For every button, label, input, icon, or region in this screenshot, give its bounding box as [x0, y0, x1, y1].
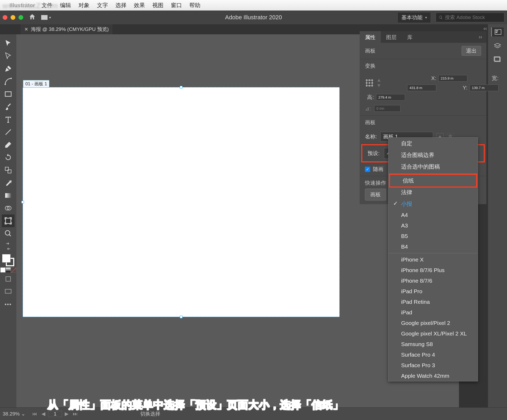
w-input[interactable]: [407, 85, 436, 91]
menu-select[interactable]: 选择: [115, 2, 126, 9]
menu-edit[interactable]: 编辑: [60, 2, 71, 9]
document-tabs: ✕ 海报 @ 38.29% (CMYK/GPU 预览): [21, 24, 112, 34]
panel-collapse-icon[interactable]: ››: [475, 31, 486, 43]
dd-item-fit-selected[interactable]: 适合选中的图稿: [388, 161, 478, 172]
h-label: 高:: [365, 94, 374, 101]
workspace-switcher[interactable]: 基本功能 ▾: [397, 12, 431, 23]
swap-fill-stroke-icon[interactable]: [2, 240, 15, 253]
gradient-fill-icon[interactable]: [6, 267, 11, 273]
dd-item-pixel2[interactable]: Google pixel/Pixel 2: [388, 318, 478, 328]
eraser-tool[interactable]: [2, 138, 15, 151]
dd-item-surfacepro3[interactable]: Surface Pro 3: [388, 360, 478, 371]
prev-artboard-icon[interactable]: ◀: [40, 411, 47, 417]
menu-effect[interactable]: 效果: [134, 2, 145, 9]
artboard-handle-bottom[interactable]: [180, 316, 182, 318]
artboard-tool[interactable]: [2, 214, 15, 227]
home-icon[interactable]: [29, 13, 36, 22]
dd-item-samsungs8[interactable]: Samsung S8: [388, 339, 478, 349]
dd-item-fit-art[interactable]: 适合图稿边界: [388, 149, 478, 161]
scale-tool[interactable]: [2, 164, 15, 176]
artboard[interactable]: 01 - 画板 1: [23, 87, 340, 317]
dd-item-a3[interactable]: A3: [388, 220, 478, 231]
dd-item-pixel2xl[interactable]: Google pixel XL/Pixel 2 XL: [388, 328, 478, 339]
color-fill-icon[interactable]: [0, 267, 6, 273]
arrange-documents-button[interactable]: ▾: [41, 15, 51, 20]
rectangle-tool[interactable]: [2, 88, 15, 100]
dock-layers-icon[interactable]: [491, 41, 504, 50]
link-wh-icon[interactable]: [376, 78, 405, 88]
dd-item-iphone8[interactable]: iPhone 8/7/6: [388, 276, 478, 286]
zoom-level[interactable]: 38.29% ⌄: [0, 411, 28, 417]
artboard-handle-left[interactable]: [21, 201, 24, 203]
none-fill-icon[interactable]: [11, 267, 16, 273]
gradient-tool[interactable]: [2, 189, 15, 202]
tab-properties[interactable]: 属性: [360, 31, 381, 43]
menu-file[interactable]: 文件: [41, 2, 53, 9]
artboard-options-button[interactable]: 画板: [365, 189, 386, 200]
dd-item-ipadpro[interactable]: iPad Pro: [388, 286, 478, 297]
svg-point-20: [372, 80, 373, 81]
instruction-annotation: 从「属性」面板的菜单中选择「预设」页面大小，选择「信纸」: [48, 398, 481, 412]
tab-libraries[interactable]: 库: [402, 31, 418, 43]
dock-libraries-icon[interactable]: [491, 55, 504, 64]
dd-item-letter-highlighted[interactable]: 信纸: [389, 174, 477, 188]
maximize-window-button[interactable]: [18, 15, 23, 20]
menu-help[interactable]: 帮助: [189, 2, 200, 9]
dd-item-iphonex[interactable]: iPhone X: [388, 254, 478, 265]
dd-item-a4[interactable]: A4: [388, 210, 478, 220]
dd-item-b5[interactable]: B5: [388, 231, 478, 241]
dd-item-custom[interactable]: 自定: [388, 138, 478, 149]
tools-panel: •••: [0, 34, 16, 407]
panel-expand-icon[interactable]: ‹‹: [483, 25, 487, 31]
search-input[interactable]: [445, 15, 501, 20]
first-artboard-icon[interactable]: ⏮: [31, 411, 39, 417]
h-input[interactable]: [376, 94, 405, 101]
menu-object[interactable]: 对象: [78, 2, 90, 9]
x-input[interactable]: [438, 75, 467, 82]
exit-artboard-button[interactable]: 退出: [462, 46, 481, 56]
artboard-handle-top[interactable]: [180, 86, 182, 88]
rotate-input[interactable]: [374, 105, 401, 112]
dd-item-legal[interactable]: 法律: [388, 186, 478, 198]
preset-dropdown-list: 自定 适合图稿边界 适合选中的图稿 信纸 法律 小报 A4 A3 B5 B4 i…: [388, 137, 478, 381]
y-input[interactable]: [470, 85, 499, 91]
edit-toolbar-button[interactable]: •••: [2, 298, 15, 311]
dd-item-ipad[interactable]: iPad: [388, 307, 478, 318]
rotate-tool[interactable]: [2, 151, 15, 164]
screen-mode-icon[interactable]: [2, 285, 15, 298]
dd-item-tabloid-selected[interactable]: 小报: [388, 198, 478, 210]
menu-view[interactable]: 视图: [152, 2, 163, 9]
shape-builder-tool[interactable]: [2, 202, 15, 214]
menu-type[interactable]: 文字: [97, 2, 108, 9]
reference-point-icon[interactable]: [365, 79, 374, 87]
draw-mode-icon[interactable]: [2, 273, 15, 285]
zoom-tool[interactable]: [2, 227, 15, 240]
dd-item-surfacepro4[interactable]: Surface Pro 4: [388, 349, 478, 360]
pen-tool[interactable]: [2, 62, 15, 75]
tab-layers[interactable]: 图层: [381, 31, 402, 43]
search-adobe-stock[interactable]: [436, 13, 504, 22]
checkbox-checked-icon[interactable]: ✓: [365, 167, 370, 172]
app-titlebar: ▾ Adobe Illustrator 2020 基本功能 ▾: [0, 11, 507, 24]
eyedropper-tool[interactable]: [2, 176, 15, 189]
svg-point-24: [366, 85, 367, 86]
dd-item-iphone8plus[interactable]: iPhone 8/7/6 Plus: [388, 265, 478, 276]
app-name[interactable]: Illustrator: [10, 2, 35, 8]
document-tab[interactable]: ✕ 海报 @ 38.29% (CMYK/GPU 预览): [21, 24, 112, 34]
dock-properties-icon[interactable]: [491, 27, 504, 36]
close-tab-icon[interactable]: ✕: [24, 26, 28, 32]
curvature-tool[interactable]: [2, 75, 15, 88]
line-tool[interactable]: [2, 126, 15, 138]
dd-item-applewatch[interactable]: Apple Watch 42mm: [388, 371, 478, 381]
type-tool[interactable]: [2, 113, 15, 126]
selection-tool[interactable]: [2, 37, 15, 50]
close-window-button[interactable]: [3, 15, 7, 20]
minimize-window-button[interactable]: [11, 15, 15, 20]
dd-item-ipadretina[interactable]: iPad Retina: [388, 297, 478, 307]
direct-selection-tool[interactable]: [2, 50, 15, 62]
name-label: 名称:: [365, 133, 377, 140]
menu-window[interactable]: 窗口: [171, 2, 182, 9]
fill-stroke-control[interactable]: [2, 254, 14, 266]
dd-item-b4[interactable]: B4: [388, 241, 478, 252]
paintbrush-tool[interactable]: [2, 100, 15, 113]
